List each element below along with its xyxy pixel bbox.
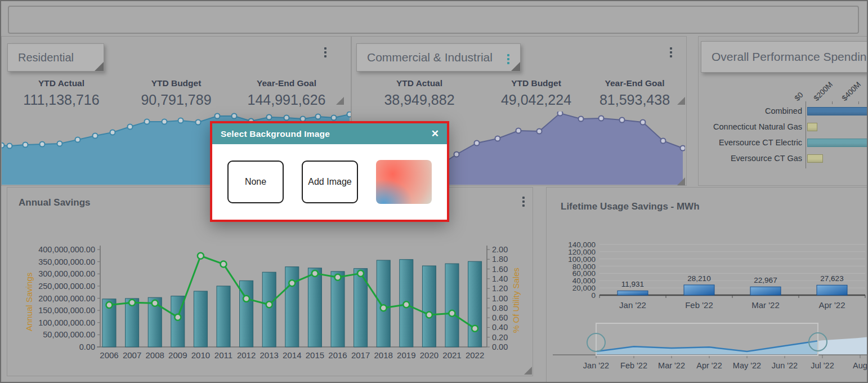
- x-tick-label: Mar '22: [751, 300, 780, 310]
- x-tick-label: 2019: [397, 350, 415, 360]
- axis-tick: [806, 101, 806, 104]
- dialog-title: Select Background Image: [221, 129, 330, 139]
- data-point: [661, 139, 666, 144]
- overall-tab-title: Overall Performance Spending: [712, 50, 868, 64]
- x-tick-label: 2015: [306, 350, 324, 360]
- commercial-tab[interactable]: Commercial & Industrial: [356, 43, 521, 72]
- data-point: [266, 301, 272, 308]
- svg-text:0.00: 0.00: [492, 342, 508, 351]
- svg-text:150,000,000.00: 150,000,000.00: [38, 306, 95, 315]
- data-point: [449, 310, 455, 317]
- kpi-value: 81,593,438: [585, 92, 684, 108]
- resize-handle-icon[interactable]: [677, 97, 685, 105]
- svg-text:100,000,000.00: 100,000,000.00: [38, 318, 95, 327]
- data-point: [454, 152, 459, 157]
- data-point: [221, 261, 227, 267]
- svg-text:1.80: 1.80: [492, 255, 508, 264]
- x-tick-label: 2008: [146, 350, 164, 360]
- kpi-ytd-actual: YTD Actual 38,949,882: [352, 78, 487, 108]
- overall-category-label: Eversource CT Electric: [699, 137, 806, 148]
- navigator-handle-left[interactable]: [587, 333, 605, 351]
- x-tick-label: 2022: [466, 350, 484, 360]
- annual-bar: [445, 264, 459, 347]
- annual-menu-icon[interactable]: [521, 195, 526, 208]
- annual-bar: [331, 271, 344, 347]
- residential-tab[interactable]: Residential: [7, 43, 104, 72]
- annual-bar: [285, 267, 299, 347]
- navigator-selection[interactable]: [596, 323, 818, 355]
- data-point: [403, 301, 409, 308]
- data-point: [312, 270, 318, 277]
- svg-text:0.40: 0.40: [492, 323, 508, 332]
- overall-row: Combined: [699, 105, 868, 121]
- data-point: [284, 115, 289, 121]
- svg-text:0.20: 0.20: [492, 333, 508, 342]
- lifetime-usage-chart: 140,000120,000100,00080,00060,00040,0002…: [552, 239, 868, 318]
- overall-x-tick-1: $200M: [812, 80, 834, 103]
- data-point: [641, 120, 646, 125]
- resize-handle-icon[interactable]: [524, 367, 532, 375]
- overall-tab[interactable]: Overall Performance Spending: [701, 41, 868, 73]
- dialog-body: None Add Image: [212, 144, 447, 220]
- data-point: [215, 114, 220, 119]
- data-point: [267, 115, 272, 120]
- annual-bar: [262, 272, 276, 347]
- data-point: [381, 305, 387, 311]
- data-point: [681, 146, 686, 151]
- data-point: [40, 142, 45, 147]
- close-icon[interactable]: ✕: [431, 129, 439, 139]
- data-point: [357, 270, 364, 277]
- overall-bar-chart: CombinedConnecticut Natural GasEversourc…: [699, 105, 868, 168]
- data-point: [289, 280, 295, 286]
- svg-text:1.20: 1.20: [492, 284, 508, 293]
- background-image-thumbnail[interactable]: [376, 160, 432, 204]
- residential-menu-icon[interactable]: [323, 46, 328, 59]
- overall-category-label: Eversource CT Gas: [699, 153, 806, 164]
- x-tick-label: Apr '22: [818, 300, 845, 310]
- data-point: [129, 300, 135, 306]
- bar-value-label: 11,931: [621, 280, 644, 288]
- panel-overall: Overall Performance Spending $0 $200M $4…: [698, 36, 868, 186]
- kpi-ytd-budget: YTD Budget 49,042,224: [487, 78, 585, 108]
- x-tick-label: 2009: [168, 350, 187, 360]
- none-button[interactable]: None: [227, 161, 284, 203]
- nav-month-label: Aug: [853, 361, 867, 370]
- data-point: [558, 112, 563, 116]
- overall-row: Connecticut Natural Gas: [699, 121, 868, 137]
- axis-tick: [858, 101, 859, 104]
- annual-bar: [308, 268, 321, 347]
- kpi-label: Year-End Goal: [231, 78, 342, 88]
- resize-handle-icon[interactable]: [677, 177, 685, 185]
- annual-bar: [194, 291, 207, 347]
- data-point: [145, 119, 150, 124]
- data-point: [620, 118, 625, 123]
- x-tick-label: 2010: [191, 350, 210, 360]
- dialog-header[interactable]: Select Background Image ✕: [212, 123, 447, 144]
- commercial-menu-icon[interactable]: [668, 46, 674, 59]
- resize-handle-icon[interactable]: [336, 97, 344, 105]
- bar-value-label: 22,967: [754, 276, 777, 284]
- area-fill: [436, 113, 683, 185]
- data-point: [516, 128, 521, 133]
- lifetime-range-navigator[interactable]: Jan '22Feb '22Mar '22Apr '22May '22Jun '…: [551, 320, 868, 383]
- navigator-handle-right[interactable]: [809, 333, 827, 351]
- add-image-button[interactable]: Add Image: [302, 161, 358, 203]
- nav-month-label: Mar '22: [658, 361, 685, 370]
- svg-text:0: 0: [591, 291, 596, 300]
- header-bar: [8, 6, 859, 34]
- nav-month-label: Jul '22: [811, 361, 834, 370]
- tab-fold-icon: [95, 62, 104, 71]
- data-point: [335, 274, 341, 280]
- residential-tab-title: Residential: [18, 51, 74, 64]
- annual-bar: [422, 266, 436, 347]
- commercial-tab-menu-icon[interactable]: [505, 52, 511, 66]
- data-point: [23, 142, 28, 148]
- data-point: [347, 112, 351, 117]
- select-background-image-dialog: Select Background Image ✕ None Add Image: [210, 121, 449, 222]
- kpi-year-end-goal: Year-End Goal 81,593,438: [585, 78, 684, 108]
- data-point: [106, 302, 113, 308]
- x-tick-label: Feb '22: [685, 300, 713, 310]
- svg-text:2.00: 2.00: [492, 245, 508, 254]
- data-point: [178, 118, 184, 123]
- overall-category-label: Connecticut Natural Gas: [699, 121, 806, 132]
